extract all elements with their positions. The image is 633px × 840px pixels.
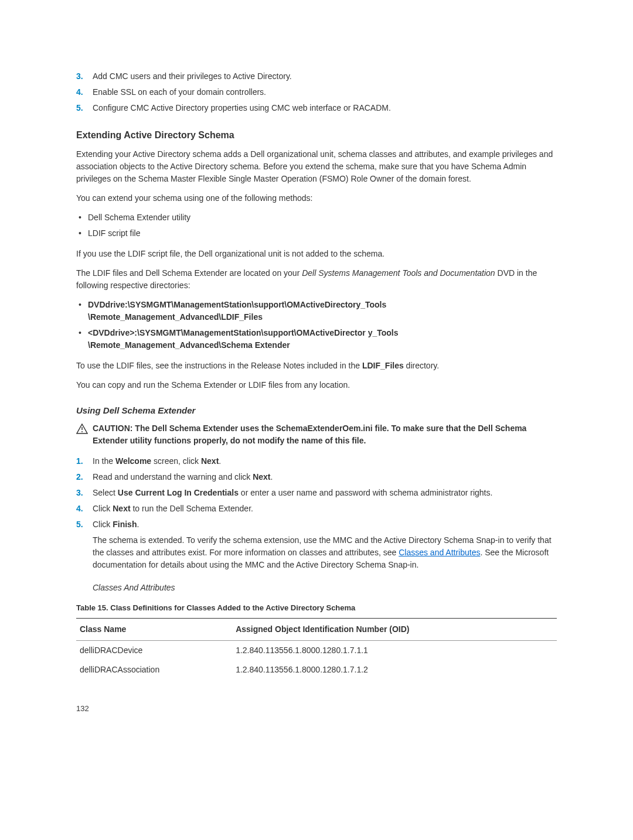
top-numbered-list: 3.Add CMC users and their privileges to … xyxy=(76,70,557,114)
list-text: Add CMC users and their privileges to Ac… xyxy=(93,71,292,81)
step-number: 1. xyxy=(76,455,83,467)
text-bold: Next xyxy=(201,456,219,466)
class-definitions-table: Class Name Assigned Object Identificatio… xyxy=(76,618,557,679)
table-cell: delliDRACAssociation xyxy=(76,660,232,679)
list-item: 5. Click Finish. The schema is extended.… xyxy=(76,518,557,571)
text-run: In the xyxy=(93,456,115,466)
subsection-heading: Using Dell Schema Extender xyxy=(76,404,557,418)
text-run: or enter a user name and password with s… xyxy=(239,488,492,497)
table-cell: 1.2.840.113556.1.8000.1280.1.7.1.2 xyxy=(232,660,557,679)
path-text: <DVDdrive>:\SYSMGMT\ManagementStation\su… xyxy=(88,328,399,350)
table-row: delliDRACDevice 1.2.840.113556.1.8000.12… xyxy=(76,641,557,661)
list-item: 4. Click Next to run the Dell Schema Ext… xyxy=(76,503,557,515)
text-run: Read and understand the warning and clic… xyxy=(93,472,253,482)
list-item: DVDdrive:\SYSMGMT\ManagementStation\supp… xyxy=(76,299,557,323)
list-text: Enable SSL on each of your domain contro… xyxy=(93,87,266,97)
page-number: 132 xyxy=(76,703,557,715)
step-number: 4. xyxy=(76,86,83,98)
table-row: delliDRACAssociation 1.2.840.113556.1.80… xyxy=(76,660,557,679)
text-run: To use the LDIF files, see the instructi… xyxy=(76,361,362,370)
text-run: directory. xyxy=(404,361,439,370)
caution-block: CAUTION: The Dell Schema Extender uses t… xyxy=(76,422,557,447)
list-text: Configure CMC Active Directory propertie… xyxy=(93,103,391,112)
list-item: Dell Schema Extender utility xyxy=(76,211,557,224)
list-item: <DVDdrive>:\SYSMGMT\ManagementStation\su… xyxy=(76,327,557,351)
step-number: 4. xyxy=(76,503,83,515)
svg-point-2 xyxy=(81,431,83,432)
section-heading: Extending Active Directory Schema xyxy=(76,128,557,142)
paragraph: You can copy and run the Schema Extender… xyxy=(76,379,557,391)
text-bold: Welcome xyxy=(115,456,151,466)
text-run: screen, click xyxy=(151,456,201,466)
table-cell: 1.2.840.113556.1.8000.1280.1.7.1.1 xyxy=(232,641,557,661)
step-number: 2. xyxy=(76,471,83,483)
text-run: to run the Dell Schema Extender. xyxy=(131,504,253,513)
step-followup-paragraph: The schema is extended. To verify the sc… xyxy=(93,534,557,571)
paragraph: You can extend your schema using one of … xyxy=(76,192,557,204)
list-item: LDIF script file xyxy=(76,227,557,240)
path-bullet-list: DVDdrive:\SYSMGMT\ManagementStation\supp… xyxy=(76,299,557,351)
table-header-cell: Class Name xyxy=(76,619,232,641)
path-text: DVDdrive:\SYSMGMT\ManagementStation\supp… xyxy=(88,300,386,322)
list-item: 5.Configure CMC Active Directory propert… xyxy=(76,102,557,114)
table-header-row: Class Name Assigned Object Identificatio… xyxy=(76,619,557,641)
text-italic: Dell Systems Management Tools and Docume… xyxy=(302,268,495,278)
paragraph: If you use the LDIF script file, the Del… xyxy=(76,248,557,260)
paragraph: Extending your Active Directory schema a… xyxy=(76,148,557,185)
method-bullet-list: Dell Schema Extender utility LDIF script… xyxy=(76,211,557,240)
steps-numbered-list: 1. In the Welcome screen, click Next. 2.… xyxy=(76,455,557,571)
step-number: 3. xyxy=(76,70,83,83)
text-run: . xyxy=(271,472,273,482)
step-number: 5. xyxy=(76,102,83,114)
text-run: . xyxy=(219,456,221,466)
list-item: 1. In the Welcome screen, click Next. xyxy=(76,455,557,467)
text-bold: Finish xyxy=(113,520,137,529)
text-run: Select xyxy=(93,488,118,497)
text-bold: Next xyxy=(113,504,130,513)
text-run: Click xyxy=(93,520,113,529)
text-run: The LDIF files and Dell Schema Extender … xyxy=(76,268,302,278)
step-number: 5. xyxy=(76,518,83,531)
list-item: 3.Add CMC users and their privileges to … xyxy=(76,70,557,83)
list-text: LDIF script file xyxy=(88,228,140,238)
text-bold: LDIF_Files xyxy=(362,361,404,370)
step-number: 3. xyxy=(76,487,83,499)
list-item: 2. Read and understand the warning and c… xyxy=(76,471,557,483)
table-cell: delliDRACDevice xyxy=(76,641,232,661)
classes-attributes-link[interactable]: Classes and Attributes xyxy=(399,548,480,557)
table-header-cell: Assigned Object Identification Number (O… xyxy=(232,619,557,641)
table-caption: Table 15. Class Definitions for Classes … xyxy=(76,602,557,614)
list-item: 3. Select Use Current Log In Credentials… xyxy=(76,487,557,499)
caution-text: CAUTION: The Dell Schema Extender uses t… xyxy=(93,422,557,447)
attributes-title: Classes And Attributes xyxy=(93,582,557,594)
text-bold: Next xyxy=(253,472,270,482)
text-bold: Use Current Log In Credentials xyxy=(118,488,239,497)
caution-icon xyxy=(76,424,88,438)
paragraph: The LDIF files and Dell Schema Extender … xyxy=(76,267,557,292)
text-run: . xyxy=(137,520,139,529)
document-page: 3.Add CMC users and their privileges to … xyxy=(0,0,633,750)
list-item: 4.Enable SSL on each of your domain cont… xyxy=(76,86,557,98)
paragraph: To use the LDIF files, see the instructi… xyxy=(76,360,557,372)
text-run: Click xyxy=(93,504,113,513)
list-text: Dell Schema Extender utility xyxy=(88,213,190,222)
